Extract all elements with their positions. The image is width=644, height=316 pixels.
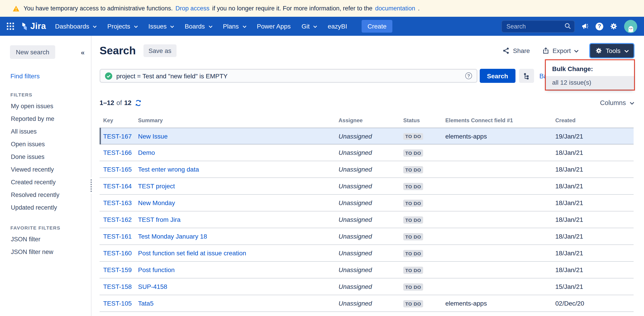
- issue-summary-link[interactable]: Demo: [138, 149, 155, 156]
- issue-key-link[interactable]: TEST-165: [103, 166, 132, 173]
- sidebar-item-updated-recently[interactable]: Updated recently: [0, 202, 91, 214]
- sidebar-item-created-recently[interactable]: Created recently: [0, 176, 91, 189]
- issue-summary-link[interactable]: New Issue: [138, 132, 168, 140]
- table-row[interactable]: TEST-164TEST projectUnassignedTO DO18/Ja…: [100, 178, 634, 195]
- find-filters-link[interactable]: Find filters: [10, 72, 91, 80]
- app-switcher-grid-icon[interactable]: [7, 23, 14, 30]
- nav-item-issues[interactable]: Issues: [148, 23, 174, 30]
- issue-key-link[interactable]: TEST-158: [103, 283, 132, 290]
- refresh-icon[interactable]: [135, 99, 142, 106]
- favorite-filters-heading: FAVORITE FILTERS: [10, 225, 91, 230]
- table-row[interactable]: TEST-105Tata5UnassignedTO DOelements-app…: [100, 295, 634, 312]
- status-badge: TO DO: [403, 183, 423, 190]
- assignee-value: Unassigned: [338, 300, 372, 307]
- table-row[interactable]: TEST-158SUP-4158UnassignedTO DO15/Jan/21: [100, 278, 634, 295]
- nav-item-plans[interactable]: Plans: [223, 23, 246, 30]
- issue-key-link[interactable]: TEST-167: [103, 132, 132, 140]
- create-button[interactable]: Create: [362, 20, 392, 32]
- issue-key-link[interactable]: TEST-162: [103, 216, 132, 223]
- issue-summary-link[interactable]: TEST from Jira: [138, 216, 180, 223]
- syntax-help-icon[interactable]: ?: [465, 72, 472, 79]
- table-row[interactable]: TEST-159Post functionUnassignedTO DO18/J…: [100, 262, 634, 278]
- nav-item-git[interactable]: Git: [302, 23, 317, 30]
- status-cell: TO DO: [403, 166, 445, 173]
- table-row[interactable]: TEST-163New MondayUnassignedTO DO18/Jan/…: [100, 195, 634, 212]
- assignee-value: Unassigned: [338, 250, 372, 257]
- sidebar-item-json-filter-new[interactable]: JSON filter new: [0, 246, 91, 258]
- table-row[interactable]: TEST-161Test Monday January 18Unassigned…: [100, 228, 634, 245]
- issue-summary-link[interactable]: SUP-4158: [138, 283, 167, 290]
- nav-item-label: Projects: [107, 23, 130, 30]
- chevron-down-icon: [208, 24, 212, 28]
- table-row[interactable]: TEST-160Post function set field at issue…: [100, 245, 634, 262]
- sidebar-item-reported-by-me[interactable]: Reported by me: [0, 113, 91, 126]
- help-icon[interactable]: ?: [596, 22, 603, 30]
- assignee-value: Unassigned: [338, 266, 372, 274]
- issue-key-link[interactable]: TEST-160: [103, 250, 132, 257]
- global-search-input[interactable]: [502, 20, 575, 32]
- sidebar-item-my-open-issues[interactable]: My open issues: [0, 100, 91, 113]
- jira-logo[interactable]: Jira: [18, 21, 46, 32]
- save-as-button[interactable]: Save as: [144, 44, 176, 57]
- drop-access-link[interactable]: Drop access: [175, 5, 209, 12]
- created-cell: 18/Jan/21: [555, 166, 634, 173]
- assignee-cell: Unassigned: [338, 182, 403, 190]
- sidebar-item-done-issues[interactable]: Done issues: [0, 151, 91, 164]
- nav-item-power-apps[interactable]: Power Apps: [257, 23, 290, 30]
- issue-summary-link[interactable]: Post function: [138, 266, 175, 274]
- share-button[interactable]: Share: [502, 47, 530, 54]
- columns-button[interactable]: Columns: [600, 99, 634, 106]
- settings-gear-icon[interactable]: [610, 23, 617, 30]
- query-history-tree-button[interactable]: [519, 69, 534, 83]
- feedback-megaphone-icon[interactable]: [582, 23, 589, 30]
- documentation-link[interactable]: documentation: [375, 5, 415, 12]
- issue-summary-link[interactable]: TEST project: [138, 182, 175, 190]
- summary-cell: Post function: [138, 266, 338, 274]
- sidebar-item-json-filter[interactable]: JSON filter: [0, 233, 91, 246]
- table-row[interactable]: TEST-165Test enter wrong dataUnassignedT…: [100, 161, 634, 178]
- tools-button[interactable]: Tools: [590, 44, 634, 58]
- issue-key-link[interactable]: TEST-164: [103, 182, 132, 190]
- issue-key-link[interactable]: TEST-166: [103, 149, 132, 156]
- sidebar-item-resolved-recently[interactable]: Resolved recently: [0, 189, 91, 202]
- key-cell: TEST-105: [100, 300, 138, 307]
- issue-summary-link[interactable]: Post function set field at issue creatio…: [138, 250, 246, 257]
- nav-item-projects[interactable]: Projects: [107, 23, 137, 30]
- new-search-button[interactable]: New search: [10, 45, 55, 59]
- assignee-cell: Unassigned: [338, 250, 403, 257]
- table-row[interactable]: TEST-167New IssueUnassignedTO DOelements…: [100, 128, 634, 144]
- sidebar-item-all-issues[interactable]: All issues: [0, 126, 91, 138]
- issue-key-link[interactable]: TEST-161: [103, 233, 132, 240]
- issue-key-link[interactable]: TEST-163: [103, 199, 132, 206]
- summary-cell: Tata5: [138, 300, 338, 307]
- column-header-elements-connect-field-1: Elements Connect field #1: [445, 117, 555, 128]
- nav-item-label: Issues: [148, 23, 166, 30]
- sidebar-item-viewed-recently[interactable]: Viewed recently: [0, 164, 91, 176]
- bulk-change-heading: Bulk Change:: [546, 64, 634, 76]
- run-search-button[interactable]: Search: [480, 69, 515, 83]
- created-cell: 18/Jan/21: [555, 233, 634, 240]
- nav-item-eazybi[interactable]: eazyBI: [328, 23, 347, 30]
- table-row[interactable]: TEST-162TEST from JiraUnassignedTO DO18/…: [100, 212, 634, 228]
- issue-summary-link[interactable]: Test Monday January 18: [138, 233, 207, 240]
- issue-summary-link[interactable]: Tata5: [138, 300, 154, 307]
- nav-item-boards[interactable]: Boards: [185, 23, 212, 30]
- collapse-sidebar-icon[interactable]: «: [81, 48, 85, 56]
- issues-table: KeySummaryAssigneeStatusElements Connect…: [100, 117, 634, 312]
- table-row[interactable]: TEST-166DemoUnassignedTO DO18/Jan/21: [100, 144, 634, 161]
- nav-item-label: Git: [302, 23, 310, 30]
- issue-summary-link[interactable]: New Monday: [138, 199, 175, 206]
- export-button[interactable]: Export: [542, 47, 578, 54]
- chevron-down-icon: [313, 24, 316, 28]
- user-avatar[interactable]: [624, 20, 637, 33]
- bulk-change-all-issues-item[interactable]: all 12 issue(s): [546, 76, 634, 90]
- export-icon: [542, 47, 550, 54]
- nav-item-dashboards[interactable]: Dashboards: [55, 23, 96, 30]
- issue-key-link[interactable]: TEST-159: [103, 266, 132, 274]
- jql-search-field[interactable]: project = Test and "new field" is EMPTY …: [100, 69, 478, 83]
- global-search: [502, 20, 575, 32]
- issue-summary-link[interactable]: Test enter wrong data: [138, 166, 199, 173]
- sidebar-item-open-issues[interactable]: Open issues: [0, 138, 91, 151]
- issue-key-link[interactable]: TEST-105: [103, 300, 132, 307]
- status-cell: TO DO: [403, 199, 445, 207]
